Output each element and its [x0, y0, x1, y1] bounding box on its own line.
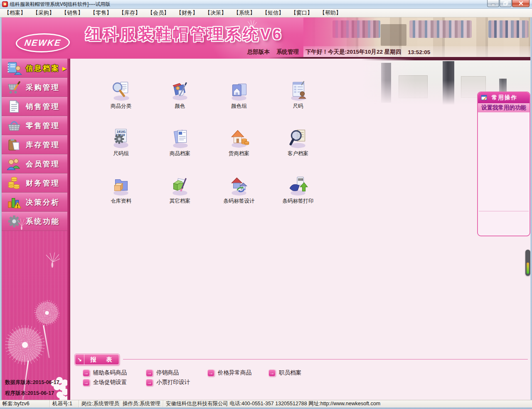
report-link-abnormal-price-goods[interactable]: → 价格异常商品	[207, 369, 251, 377]
customer-archive-icon	[287, 126, 309, 149]
sales-document-icon	[6, 99, 22, 114]
active-arrow-icon: ▶	[62, 65, 66, 72]
app-icon	[2, 1, 8, 7]
sidebar-item-sales[interactable]: 销售管理	[2, 97, 70, 116]
sidebar-item-finance[interactable]: 财务管理	[2, 174, 70, 193]
banner-title: 纽科服装鞋帽管理系统V6	[86, 24, 283, 45]
menu-window[interactable]: 【窗口】	[290, 9, 313, 17]
reports-title: 报 表	[84, 356, 117, 364]
banner-status-line: 总部版本 系统管理 下午好！今天是:2015年10月22 星期四 13:52:0…	[247, 48, 437, 56]
sidebar-item-member[interactable]: 会员管理	[2, 154, 70, 174]
link-arrow-icon: →	[146, 369, 153, 377]
status-account: 帐套:byfzv6	[0, 400, 50, 407]
sidebar-item-label: 零售管理	[26, 121, 60, 131]
status-company-info: 安徽纽科信息科技有限公司 电话:400-0551-357 13205512788…	[163, 400, 532, 407]
menu-system[interactable]: 【系统】	[233, 9, 256, 17]
icon-label: 颜色组	[231, 103, 247, 110]
window-title: 纽科服装鞋帽管理系统V6[纽科软件]----试用版	[10, 1, 110, 8]
sidebar-item-label: 信息档案	[26, 63, 60, 73]
members-icon	[6, 156, 22, 171]
other-archive-icon	[169, 174, 191, 196]
sidebar-item-inventory[interactable]: 库存管理	[2, 135, 70, 154]
status-machine: 机器号:1	[50, 400, 79, 407]
minimize-button[interactable]	[487, 0, 499, 7]
menu-archive[interactable]: 【档案】	[3, 9, 27, 17]
icon-supplier-archive[interactable]: 货商档案	[209, 126, 268, 174]
icon-goods-archive[interactable]: 商品档案	[150, 126, 209, 174]
icon-warehouse-info[interactable]: 仓库资料	[91, 174, 150, 221]
dandelion-decor	[5, 325, 45, 365]
goods-category-icon	[110, 79, 132, 102]
report-link-aux-barcode-goods[interactable]: → 辅助条码商品	[83, 369, 127, 377]
icon-label: 颜色	[175, 103, 185, 110]
quick-actions-panel: 常用操作 设置我常用的功能	[477, 92, 530, 236]
icon-size-group[interactable]: 1010101010 尺码组	[91, 126, 150, 174]
menu-finance[interactable]: 【财务】	[175, 9, 199, 17]
newke-logo: NEWKE	[15, 33, 71, 52]
icon-label: 货商档案	[229, 150, 249, 157]
icon-barcode-label-print[interactable]: 条码标签打印	[268, 174, 328, 221]
icon-other-archive[interactable]: 其它档案	[150, 174, 209, 221]
quick-action-set-favorites[interactable]: 设置我常用的功能	[478, 103, 530, 112]
close-button[interactable]	[512, 0, 530, 7]
main-content: 商品分类 颜色 颜色组 尺码 1010101010 尺码组 商品档案	[70, 59, 530, 400]
size-group-icon: 1010101010	[110, 126, 132, 149]
menu-decision[interactable]: 【决策】	[204, 9, 227, 17]
icon-size[interactable]: 尺码	[268, 79, 328, 126]
link-arrow-icon: →	[146, 379, 153, 386]
icon-goods-category[interactable]: 商品分类	[91, 79, 150, 126]
report-link-receipt-print-design[interactable]: → 小票打印设计	[146, 379, 190, 386]
menu-inventory[interactable]: 【库存】	[118, 9, 141, 17]
sidebar-item-label: 财务管理	[26, 178, 60, 188]
panel-divider	[479, 211, 529, 211]
sidebar-item-label: 销售管理	[26, 102, 60, 112]
link-arrow-icon: →	[83, 369, 90, 377]
icon-label: 仓库资料	[111, 198, 131, 205]
sidebar-item-label: 库存管理	[26, 140, 60, 150]
report-link-employee-archive[interactable]: → 职员档案	[268, 369, 301, 377]
icon-color-group[interactable]: 颜色组	[209, 79, 268, 126]
quick-actions-title: 常用操作	[492, 94, 517, 102]
dandelion-decor	[34, 300, 60, 326]
icon-label: 条码标签设计	[224, 198, 255, 205]
desktop-icon-grid: 商品分类 颜色 颜色组 尺码 1010101010 尺码组 商品档案	[91, 79, 328, 221]
reports-arrow-icon: ↘	[75, 354, 84, 364]
icon-label: 客户档案	[288, 150, 308, 157]
menu-help[interactable]: 【帮助】	[319, 9, 342, 17]
titlebar: 纽科服装鞋帽管理系统V6[纽科软件]----试用版	[0, 0, 532, 9]
icon-label: 尺码	[293, 103, 303, 110]
sidebar-item-retail[interactable]: 零售管理	[2, 116, 70, 135]
icon-barcode-label-design[interactable]: 条码标签设计	[209, 174, 268, 221]
retail-basket-icon	[6, 118, 22, 133]
report-link-store-promotion-settings[interactable]: → 全场促销设置	[83, 379, 127, 386]
menu-purchase[interactable]: 【采购】	[32, 9, 55, 17]
menu-sms[interactable]: 【短信】	[261, 9, 285, 17]
icon-color[interactable]: 颜色	[150, 79, 209, 126]
menu-sales[interactable]: 【销售】	[61, 9, 84, 17]
status-position: 岗位:系统管理员	[79, 400, 120, 407]
sidebar: 信息档案 ▶ 采购管理 销售管理 零售管理 库存管理	[2, 59, 70, 400]
dept-label: 系统管理	[276, 48, 299, 56]
sidebar-item-decision[interactable]: 决策分析	[2, 193, 70, 212]
scroll-indicator[interactable]	[525, 250, 530, 276]
restore-button[interactable]	[500, 0, 512, 7]
finance-coins-icon	[6, 176, 22, 191]
link-arrow-icon: →	[83, 379, 90, 386]
sidebar-item-purchase[interactable]: 采购管理	[2, 78, 70, 97]
menu-member[interactable]: 【会员】	[147, 9, 170, 17]
sidebar-item-info-archive[interactable]: 信息档案 ▶	[2, 59, 70, 78]
panel-window-icon	[481, 95, 488, 101]
supplier-archive-icon	[228, 126, 250, 149]
sidebar-item-system[interactable]: 系统功能	[2, 212, 70, 231]
clothing-rack-decor	[488, 20, 528, 38]
menu-retail[interactable]: 【零售】	[89, 9, 113, 17]
greeting-label: 下午好！今天是:2015年10月22 星期四	[305, 48, 401, 56]
icon-customer-archive[interactable]: 客户档案	[268, 126, 328, 174]
barcode-label-design-icon	[228, 174, 250, 196]
edition-label: 总部版本	[247, 48, 270, 56]
report-link-discontinued-goods[interactable]: → 停销商品	[146, 369, 179, 377]
sidebar-item-label: 会员管理	[26, 159, 60, 169]
sidebar-item-label: 决策分析	[26, 197, 60, 207]
barcode-label-print-icon	[287, 174, 309, 196]
window-border	[0, 407, 532, 409]
